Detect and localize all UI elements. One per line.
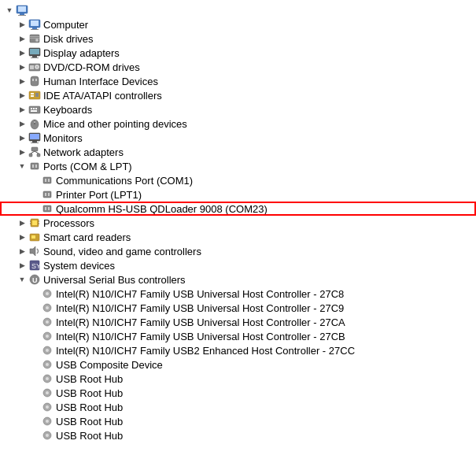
- label-keyboards: Keyboards: [43, 104, 92, 116]
- smartcard-icon-smart-card: [28, 231, 41, 243]
- mice-icon-mice: [28, 117, 41, 130]
- svg-rect-26: [35, 93, 39, 97]
- tree-item-qualcomm[interactable]: Qualcomm HS-USB QDLoader 9008 (COM23): [0, 202, 476, 216]
- label-system-devices: System devices: [43, 260, 115, 272]
- svg-rect-3: [18, 15, 26, 16]
- svg-point-80: [46, 363, 49, 366]
- label-computer: Computer: [43, 19, 88, 31]
- tree-item-mice[interactable]: ▶Mice and other pointing devices: [0, 117, 476, 131]
- tree-item-monitors[interactable]: ▶Monitors: [0, 131, 476, 145]
- svg-marker-64: [30, 246, 35, 256]
- svg-text:U: U: [32, 276, 38, 284]
- expander-ports[interactable]: ▼: [16, 160, 28, 172]
- svg-rect-9: [30, 36, 39, 37]
- expander-human-interface[interactable]: ▶: [16, 75, 28, 87]
- svg-rect-55: [48, 207, 50, 210]
- tree-item-keyboards[interactable]: ▶Keyboards: [0, 102, 476, 117]
- expander-processors[interactable]: ▶: [16, 216, 28, 229]
- tree-item-usb-root-1[interactable]: USB Root Hub: [0, 372, 476, 386]
- tree-item-usb-n10-27cb[interactable]: Intel(R) N10/ICH7 Family USB Universal H…: [0, 329, 476, 343]
- device-manager-tree[interactable]: ▶Computer▶Disk drives▶Display adapters▶D…: [0, 0, 476, 470]
- svg-point-11: [35, 39, 39, 42]
- tree-item-usb-root-4[interactable]: USB Root Hub: [0, 414, 476, 428]
- svg-rect-49: [48, 179, 50, 182]
- svg-rect-28: [31, 108, 32, 109]
- expander-keyboards[interactable]: ▶: [16, 103, 28, 116]
- root-expander[interactable]: [3, 4, 16, 17]
- expander-display-adapters[interactable]: ▶: [16, 46, 28, 59]
- tree-item-usb-composite[interactable]: USB Composite Device: [0, 357, 476, 372]
- expander-system-devices[interactable]: ▶: [16, 259, 28, 272]
- svg-rect-52: [48, 193, 50, 196]
- svg-point-34: [34, 121, 35, 123]
- expander-dvd-rom[interactable]: ▶: [16, 61, 28, 73]
- network-icon-network: [28, 146, 41, 158]
- tree-item-printer-port[interactable]: Printer Port (LPT1): [0, 187, 476, 202]
- label-usb-root-3: USB Root Hub: [56, 402, 123, 413]
- svg-rect-20: [31, 76, 39, 86]
- svg-text:SYS: SYS: [31, 262, 41, 270]
- tree-item-ide-atapi[interactable]: ▶IDE ATA/ATAPI controllers: [0, 88, 476, 102]
- tree-item-sound[interactable]: ▶Sound, video and game controllers: [0, 244, 476, 258]
- sound-icon-sound: [28, 245, 41, 257]
- tree-item-usb-root-3[interactable]: USB Root Hub: [0, 400, 476, 414]
- tree-item-comm-port[interactable]: Communications Port (COM1): [0, 173, 476, 187]
- expander-ide-atapi[interactable]: ▶: [16, 89, 28, 102]
- svg-rect-14: [32, 56, 37, 57]
- expander-network[interactable]: ▶: [16, 146, 28, 158]
- usbdev-icon-usb-root-2: [41, 387, 54, 399]
- svg-rect-27: [29, 106, 40, 113]
- svg-rect-17: [30, 65, 34, 69]
- root-node[interactable]: [0, 3, 476, 17]
- label-usb-root-1: USB Root Hub: [56, 373, 123, 385]
- svg-rect-29: [33, 108, 35, 109]
- svg-rect-40: [29, 154, 32, 157]
- tree-item-system-devices[interactable]: ▶SYSSystem devices: [0, 258, 476, 272]
- tree-item-network[interactable]: ▶Network adapters: [0, 145, 476, 159]
- tree-item-usb-n10-27ca[interactable]: Intel(R) N10/ICH7 Family USB Universal H…: [0, 315, 476, 329]
- svg-rect-41: [37, 154, 40, 157]
- svg-rect-48: [45, 179, 46, 182]
- tree-item-dvd-rom[interactable]: ▶DVD/CD-ROM drives: [0, 60, 476, 74]
- expander-disk-drives[interactable]: ▶: [16, 32, 28, 45]
- expander-smart-card[interactable]: ▶: [16, 231, 28, 243]
- tree-item-computer[interactable]: ▶Computer: [0, 17, 476, 31]
- label-usb-root-5: USB Root Hub: [56, 430, 123, 442]
- tree-item-processors[interactable]: ▶Processors: [0, 216, 476, 230]
- system-icon-system-devices: SYS: [28, 259, 41, 272]
- label-disk-drives: Disk drives: [43, 33, 94, 45]
- tree-item-usb-n10-27c9[interactable]: Intel(R) N10/ICH7 Family USB Universal H…: [0, 301, 476, 315]
- label-usb-n10-27cb: Intel(R) N10/ICH7 Family USB Universal H…: [56, 331, 345, 342]
- expander-monitors[interactable]: ▶: [16, 131, 28, 144]
- label-usb-composite: USB Composite Device: [56, 359, 163, 371]
- tree-item-smart-card[interactable]: ▶Smart card readers: [0, 230, 476, 244]
- tree-item-usb-controllers[interactable]: ▼UUniversal Serial Bus controllers: [0, 272, 476, 287]
- svg-rect-25: [31, 95, 34, 97]
- tree-item-usb-n10-27c8[interactable]: Intel(R) N10/ICH7 Family USB Universal H…: [0, 287, 476, 301]
- label-usb-n10-27c9: Intel(R) N10/ICH7 Family USB Universal H…: [56, 302, 344, 314]
- tree-item-usb-root-2[interactable]: USB Root Hub: [0, 386, 476, 400]
- label-smart-card: Smart card readers: [43, 231, 131, 243]
- usbdev-icon-usb-root-1: [41, 372, 54, 385]
- label-dvd-rom: DVD/CD-ROM drives: [43, 61, 140, 73]
- tree-item-human-interface[interactable]: ▶Human Interface Devices: [0, 74, 476, 88]
- tree-item-usb-root-5[interactable]: USB Root Hub: [0, 428, 476, 442]
- expander-mice[interactable]: ▶: [16, 117, 28, 130]
- svg-rect-46: [35, 165, 37, 168]
- ports-icon-ports: [28, 160, 41, 172]
- label-usb-root-4: USB Root Hub: [56, 416, 123, 427]
- tree-item-ports[interactable]: ▼Ports (COM & LPT): [0, 159, 476, 173]
- label-comm-port: Communications Port (COM1): [56, 175, 193, 187]
- expander-computer[interactable]: ▶: [16, 18, 28, 31]
- label-ide-atapi: IDE ATA/ATAPI controllers: [43, 90, 162, 102]
- svg-rect-13: [30, 49, 39, 54]
- tree-item-disk-drives[interactable]: ▶Disk drives: [0, 31, 476, 46]
- keyboard-icon-keyboards: [28, 103, 41, 116]
- svg-rect-1: [18, 6, 26, 12]
- expander-sound[interactable]: ▶: [16, 245, 28, 257]
- tree-item-display-adapters[interactable]: ▶Display adapters: [0, 46, 476, 60]
- svg-rect-36: [30, 134, 39, 139]
- label-ports: Ports (COM & LPT): [43, 161, 132, 172]
- tree-item-usb-n10-27cc[interactable]: Intel(R) N10/ICH7 Family USB2 Enhanced H…: [0, 343, 476, 357]
- expander-usb-controllers[interactable]: ▼: [16, 273, 28, 286]
